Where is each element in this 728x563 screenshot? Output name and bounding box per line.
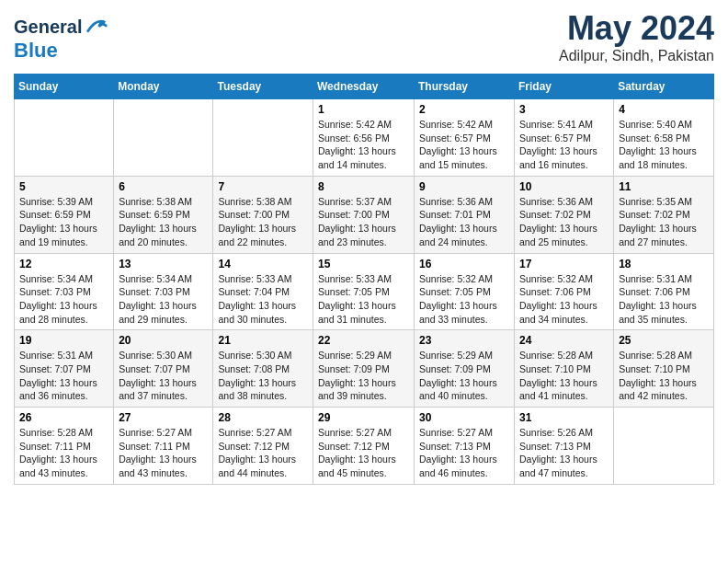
day-info: Sunrise: 5:28 AMSunset: 7:11 PMDaylight:… <box>19 426 108 480</box>
header: General Blue May 2024 Adilpur, Sindh, Pa… <box>14 9 714 64</box>
col-thursday: Thursday <box>415 75 515 99</box>
day-number: 14 <box>218 258 308 270</box>
calendar-week-row: 5 Sunrise: 5:39 AMSunset: 6:59 PMDayligh… <box>15 176 714 253</box>
calendar-cell: 15 Sunrise: 5:33 AMSunset: 7:05 PMDaylig… <box>313 253 415 330</box>
calendar-cell: 4 Sunrise: 5:40 AMSunset: 6:58 PMDayligh… <box>614 99 714 177</box>
col-monday: Monday <box>114 75 213 99</box>
day-info: Sunrise: 5:27 AMSunset: 7:12 PMDaylight:… <box>218 426 308 480</box>
day-info: Sunrise: 5:42 AMSunset: 6:56 PMDaylight:… <box>318 118 409 172</box>
day-number: 1 <box>318 103 409 116</box>
calendar-week-row: 12 Sunrise: 5:34 AMSunset: 7:03 PMDaylig… <box>15 253 714 330</box>
calendar-cell <box>114 99 213 177</box>
day-number: 30 <box>419 411 509 424</box>
day-info: Sunrise: 5:37 AMSunset: 7:00 PMDaylight:… <box>318 195 409 249</box>
calendar-cell: 9 Sunrise: 5:36 AMSunset: 7:01 PMDayligh… <box>415 176 515 253</box>
day-info: Sunrise: 5:32 AMSunset: 7:05 PMDaylight:… <box>419 272 509 327</box>
day-number: 23 <box>419 334 509 347</box>
calendar-cell: 26 Sunrise: 5:28 AMSunset: 7:11 PMDaylig… <box>15 408 114 485</box>
day-number: 18 <box>619 258 709 270</box>
day-info: Sunrise: 5:33 AMSunset: 7:05 PMDaylight:… <box>318 272 409 327</box>
calendar-cell: 22 Sunrise: 5:29 AMSunset: 7:09 PMDaylig… <box>313 330 415 408</box>
day-number: 24 <box>519 334 609 347</box>
calendar-cell: 25 Sunrise: 5:28 AMSunset: 7:10 PMDaylig… <box>614 330 714 408</box>
title-area: May 2024 Adilpur, Sindh, Pakistan <box>559 9 714 64</box>
day-number: 2 <box>419 103 509 116</box>
day-number: 19 <box>19 334 108 347</box>
day-number: 11 <box>619 180 709 193</box>
calendar-cell: 29 Sunrise: 5:27 AMSunset: 7:12 PMDaylig… <box>313 408 415 485</box>
calendar-cell: 5 Sunrise: 5:39 AMSunset: 6:59 PMDayligh… <box>15 176 114 253</box>
calendar-cell: 12 Sunrise: 5:34 AMSunset: 7:03 PMDaylig… <box>15 253 114 330</box>
calendar-cell: 17 Sunrise: 5:32 AMSunset: 7:06 PMDaylig… <box>515 253 614 330</box>
calendar-cell: 18 Sunrise: 5:31 AMSunset: 7:06 PMDaylig… <box>614 253 714 330</box>
day-number: 5 <box>19 180 108 193</box>
day-info: Sunrise: 5:38 AMSunset: 7:00 PMDaylight:… <box>218 195 308 249</box>
logo-text: General <box>14 17 82 37</box>
day-number: 6 <box>119 180 208 193</box>
col-friday: Friday <box>515 75 614 99</box>
calendar-cell: 20 Sunrise: 5:30 AMSunset: 7:07 PMDaylig… <box>114 330 213 408</box>
day-number: 4 <box>619 103 709 116</box>
calendar-cell: 2 Sunrise: 5:42 AMSunset: 6:57 PMDayligh… <box>415 99 515 177</box>
col-wednesday: Wednesday <box>313 75 415 99</box>
day-info: Sunrise: 5:36 AMSunset: 7:02 PMDaylight:… <box>519 195 609 249</box>
day-info: Sunrise: 5:40 AMSunset: 6:58 PMDaylight:… <box>619 118 709 172</box>
calendar-cell: 3 Sunrise: 5:41 AMSunset: 6:57 PMDayligh… <box>515 99 614 177</box>
calendar-cell: 7 Sunrise: 5:38 AMSunset: 7:00 PMDayligh… <box>213 176 313 253</box>
calendar-cell: 24 Sunrise: 5:28 AMSunset: 7:10 PMDaylig… <box>515 330 614 408</box>
col-sunday: Sunday <box>15 75 114 99</box>
col-tuesday: Tuesday <box>213 75 313 99</box>
day-info: Sunrise: 5:28 AMSunset: 7:10 PMDaylight:… <box>619 349 709 403</box>
calendar-week-row: 19 Sunrise: 5:31 AMSunset: 7:07 PMDaylig… <box>15 330 714 408</box>
calendar-cell: 31 Sunrise: 5:26 AMSunset: 7:13 PMDaylig… <box>515 408 614 485</box>
day-info: Sunrise: 5:32 AMSunset: 7:06 PMDaylight:… <box>519 272 609 327</box>
logo-icon <box>84 14 109 40</box>
col-saturday: Saturday <box>614 75 714 99</box>
day-number: 27 <box>119 411 208 424</box>
day-info: Sunrise: 5:30 AMSunset: 7:08 PMDaylight:… <box>218 349 308 403</box>
calendar-header-row: Sunday Monday Tuesday Wednesday Thursday… <box>15 75 714 99</box>
day-number: 3 <box>519 103 609 116</box>
calendar-cell: 8 Sunrise: 5:37 AMSunset: 7:00 PMDayligh… <box>313 176 415 253</box>
calendar-week-row: 26 Sunrise: 5:28 AMSunset: 7:11 PMDaylig… <box>15 408 714 485</box>
calendar-cell: 6 Sunrise: 5:38 AMSunset: 6:59 PMDayligh… <box>114 176 213 253</box>
location-title: Adilpur, Sindh, Pakistan <box>559 48 714 64</box>
calendar-cell: 16 Sunrise: 5:32 AMSunset: 7:05 PMDaylig… <box>415 253 515 330</box>
calendar-cell: 21 Sunrise: 5:30 AMSunset: 7:08 PMDaylig… <box>213 330 313 408</box>
day-number: 17 <box>519 258 609 270</box>
day-number: 31 <box>519 411 609 424</box>
day-number: 22 <box>318 334 409 347</box>
calendar-cell: 11 Sunrise: 5:35 AMSunset: 7:02 PMDaylig… <box>614 176 714 253</box>
day-number: 21 <box>218 334 308 347</box>
calendar-cell: 14 Sunrise: 5:33 AMSunset: 7:04 PMDaylig… <box>213 253 313 330</box>
day-info: Sunrise: 5:38 AMSunset: 6:59 PMDaylight:… <box>119 195 208 249</box>
day-info: Sunrise: 5:30 AMSunset: 7:07 PMDaylight:… <box>119 349 208 403</box>
calendar-cell: 19 Sunrise: 5:31 AMSunset: 7:07 PMDaylig… <box>15 330 114 408</box>
day-info: Sunrise: 5:33 AMSunset: 7:04 PMDaylight:… <box>218 272 308 327</box>
logo-blue-text: Blue <box>14 39 58 62</box>
calendar-cell <box>614 408 714 485</box>
day-info: Sunrise: 5:26 AMSunset: 7:13 PMDaylight:… <box>519 426 609 480</box>
calendar-cell: 13 Sunrise: 5:34 AMSunset: 7:03 PMDaylig… <box>114 253 213 330</box>
day-number: 20 <box>119 334 208 347</box>
day-number: 15 <box>318 258 409 270</box>
calendar: Sunday Monday Tuesday Wednesday Thursday… <box>14 74 714 485</box>
day-info: Sunrise: 5:42 AMSunset: 6:57 PMDaylight:… <box>419 118 509 172</box>
month-title: May 2024 <box>559 9 714 48</box>
day-info: Sunrise: 5:27 AMSunset: 7:13 PMDaylight:… <box>419 426 509 480</box>
calendar-cell: 30 Sunrise: 5:27 AMSunset: 7:13 PMDaylig… <box>415 408 515 485</box>
day-number: 28 <box>218 411 308 424</box>
day-number: 7 <box>218 180 308 193</box>
day-info: Sunrise: 5:34 AMSunset: 7:03 PMDaylight:… <box>19 272 108 327</box>
day-number: 29 <box>318 411 409 424</box>
day-number: 16 <box>419 258 509 270</box>
day-info: Sunrise: 5:39 AMSunset: 6:59 PMDaylight:… <box>19 195 108 249</box>
calendar-cell <box>213 99 313 177</box>
calendar-cell: 23 Sunrise: 5:29 AMSunset: 7:09 PMDaylig… <box>415 330 515 408</box>
day-number: 12 <box>19 258 108 270</box>
calendar-cell: 28 Sunrise: 5:27 AMSunset: 7:12 PMDaylig… <box>213 408 313 485</box>
calendar-cell <box>15 99 114 177</box>
day-number: 25 <box>619 334 709 347</box>
calendar-cell: 1 Sunrise: 5:42 AMSunset: 6:56 PMDayligh… <box>313 99 415 177</box>
calendar-cell: 27 Sunrise: 5:27 AMSunset: 7:11 PMDaylig… <box>114 408 213 485</box>
